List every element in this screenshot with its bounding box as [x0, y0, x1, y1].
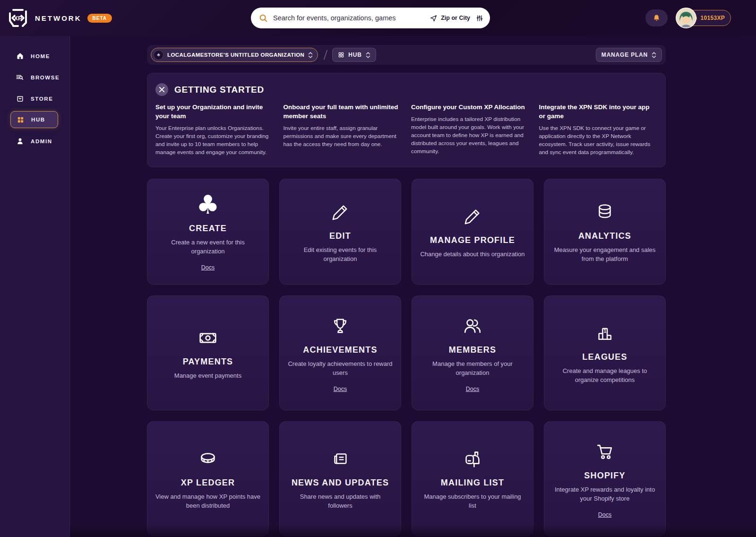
location-arrow-icon[interactable] — [430, 14, 438, 22]
hub-cards-grid: ♣ CREATE Create a new event for this org… — [147, 179, 666, 536]
getting-started-panel: GETTING STARTED Set up your Organization… — [147, 73, 666, 167]
sidebar-item-label: ADMIN — [31, 139, 52, 144]
card-title: NEWS AND UPDATES — [292, 478, 389, 488]
card-description: View and manage how XP points have been … — [155, 493, 261, 511]
card-description: Create and manage leagues to organize co… — [552, 367, 658, 385]
browse-icon — [15, 73, 25, 82]
section-selector[interactable]: HUB — [332, 48, 376, 62]
beta-badge: BETA — [87, 14, 112, 23]
manage-plan-button[interactable]: MANAGE PLAN — [596, 48, 662, 62]
shopping-cart-icon — [594, 440, 616, 464]
card-title: MAILING LIST — [441, 478, 504, 488]
card-title: CREATE — [189, 224, 227, 234]
card-members[interactable]: MEMBERS Manage the members of your organ… — [412, 295, 533, 410]
card-payments[interactable]: PAYMENTS Manage event payments — [147, 295, 269, 410]
store-bag-icon — [15, 95, 25, 103]
card-title: ACHIEVEMENTS — [303, 345, 377, 355]
chevron-updown-icon — [308, 52, 313, 59]
svg-text:1: 1 — [603, 329, 606, 334]
docs-link[interactable]: Docs — [201, 264, 215, 271]
card-shopify[interactable]: SHOPIFY Integrate XP rewards and loyalty… — [544, 421, 666, 536]
sidebar-item-label: BROWSE — [31, 75, 60, 80]
podium-icon: 1 — [594, 321, 615, 346]
card-manage-profile[interactable]: MANAGE PROFILE Change details about this… — [412, 179, 533, 285]
sidebar-item-home[interactable]: HOME — [0, 45, 69, 67]
docs-link[interactable]: Docs — [598, 511, 611, 518]
organization-avatar: ♣ — [154, 50, 163, 60]
search-bar[interactable]: Zip or City — [251, 8, 490, 28]
item-title: Onboard your full team with unlimited me… — [284, 103, 402, 121]
docs-link[interactable]: Docs — [466, 386, 479, 392]
sidebar-item-label: HOME — [31, 53, 50, 59]
card-description: Manage subscribers to your mailing list — [420, 493, 525, 511]
chevron-updown-icon — [366, 52, 370, 59]
card-title: SHOPIFY — [584, 471, 625, 481]
card-mailing-list[interactable]: MAILING LIST Manage subscribers to your … — [412, 421, 533, 536]
getting-started-item: Onboard your full team with unlimited me… — [284, 103, 402, 156]
coin-disc-icon — [197, 447, 219, 471]
sidebar-item-store[interactable]: STORE — [0, 88, 69, 109]
pencil-icon — [462, 204, 483, 229]
card-title: PAYMENTS — [183, 357, 233, 367]
sidebar-item-browse[interactable]: BROWSE — [0, 67, 69, 88]
close-button[interactable] — [155, 83, 168, 96]
database-icon — [594, 200, 615, 225]
banknote-icon — [197, 326, 219, 350]
card-achievements[interactable]: ACHIEVEMENTS Create loyalty achievements… — [279, 295, 401, 410]
brand[interactable]: XP NETWORK BETA — [7, 7, 112, 29]
docs-link[interactable]: Docs — [334, 386, 347, 392]
card-analytics[interactable]: ANALYTICS Measure your engagement and sa… — [544, 179, 666, 285]
grid-icon — [338, 52, 344, 58]
newspaper-icon — [330, 447, 351, 471]
card-description: Edit existing events for this organizati… — [287, 246, 393, 264]
card-description: Manage the members of your organization — [420, 360, 525, 378]
item-title: Integrate the XPN SDK into your app or g… — [539, 103, 657, 121]
hub-grid-icon — [16, 116, 25, 124]
trophy-icon — [330, 314, 351, 338]
svg-text:XP: XP — [14, 15, 22, 22]
pencil-icon — [330, 200, 351, 225]
item-body: Enterprise includes a tailored XP distri… — [411, 115, 529, 156]
card-title: LEAGUES — [582, 352, 627, 362]
notifications-button[interactable] — [645, 9, 668, 26]
card-description: Share news and updates with followers — [287, 493, 393, 511]
card-title: MANAGE PROFILE — [430, 235, 515, 245]
card-title: ANALYTICS — [578, 231, 631, 241]
item-body: Invite your entire staff, assign granula… — [284, 124, 402, 148]
card-description: Measure your engagement and sales from t… — [552, 246, 658, 264]
context-bar: ♣ LOCALGAMESTORE'S UNTITLED ORGANIZATION — [147, 45, 666, 65]
brand-name: NETWORK — [35, 14, 82, 22]
card-description: Integrate XP rewards and loyalty into yo… — [552, 485, 658, 503]
bell-icon — [652, 14, 661, 23]
card-description: Create a new event for this organization — [155, 238, 261, 256]
card-xp-ledger[interactable]: XP LEDGER View and manage how XP points … — [147, 421, 269, 536]
admin-person-icon — [15, 137, 25, 145]
organization-selector[interactable]: ♣ LOCALGAMESTORE'S UNTITLED ORGANIZATION — [151, 48, 318, 62]
card-title: EDIT — [329, 231, 351, 241]
top-header: XP NETWORK BETA Zip or City — [0, 0, 756, 36]
item-title: Configure your Custom XP Allocation — [411, 103, 529, 112]
card-create[interactable]: ♣ CREATE Create a new event for this org… — [147, 179, 269, 285]
card-title: XP LEDGER — [181, 478, 235, 488]
mailbox-icon — [462, 447, 483, 471]
item-body: Use the XPN SDK to connect your game or … — [539, 124, 657, 156]
card-title: MEMBERS — [449, 345, 496, 355]
sidebar-item-hub[interactable]: HUB — [10, 111, 58, 128]
card-description: Change details about this organization — [420, 250, 524, 259]
zip-or-city-label[interactable]: Zip or City — [441, 15, 470, 21]
sidebar-item-label: HUB — [31, 117, 45, 122]
manage-plan-label: MANAGE PLAN — [601, 52, 648, 58]
card-news-and-updates[interactable]: NEWS AND UPDATES Share news and updates … — [279, 421, 401, 536]
getting-started-item: Set up your Organization and invite your… — [155, 103, 274, 156]
chevron-updown-icon — [652, 52, 656, 59]
user-avatar[interactable] — [676, 8, 696, 28]
filters-icon[interactable] — [476, 14, 483, 22]
card-leagues[interactable]: 1 LEAGUES Create and manage leagues to o… — [544, 295, 666, 410]
members-icon — [462, 314, 483, 338]
search-input[interactable] — [273, 14, 430, 22]
sidebar-item-admin[interactable]: ADMIN — [0, 130, 69, 152]
sidebar: HOME BROWSE STORE — [0, 36, 70, 537]
card-edit[interactable]: EDIT Edit existing events for this organ… — [279, 179, 401, 285]
section-label: HUB — [348, 52, 361, 58]
sidebar-item-label: STORE — [31, 96, 53, 102]
